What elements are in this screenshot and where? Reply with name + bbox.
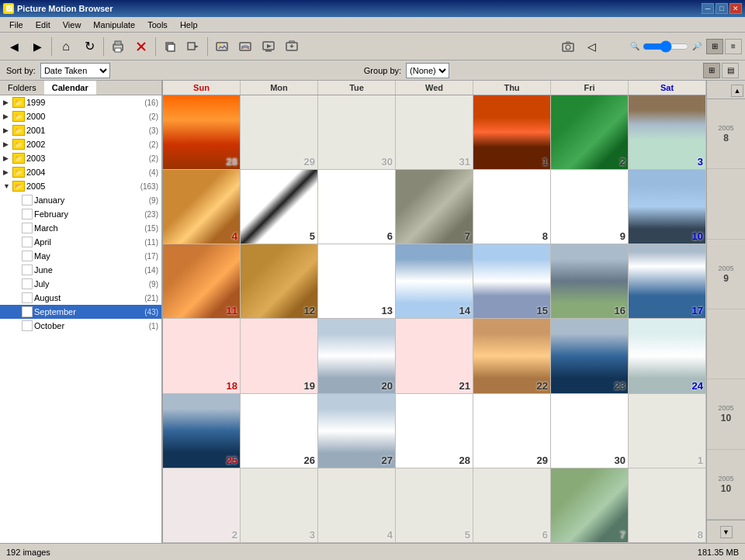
folder-item-2001[interactable]: ▶ 📁 2001 (3) (0, 123, 161, 137)
menu-edit[interactable]: Edit (29, 19, 57, 31)
cal-cell-sep28[interactable]: 28 (396, 394, 473, 468)
cal-cell-sep2[interactable]: 2 (551, 95, 629, 169)
zoom-slider[interactable] (643, 40, 689, 53)
folder-item-october[interactable]: October (1) (0, 319, 161, 333)
scroll-up-button[interactable]: ▲ (731, 85, 743, 97)
sort-select[interactable]: Date Taken File Name Date Modified File … (40, 63, 110, 78)
day-num-25: 25 (227, 455, 237, 466)
cal-cell-sep24[interactable]: 24 (629, 319, 706, 392)
folder-item-2004[interactable]: ▶ 📁 2004 (4) (0, 165, 161, 179)
cal-cell-sep14[interactable]: 14 (396, 244, 473, 318)
slideshow-button[interactable] (258, 36, 279, 57)
cal-cell-aug29[interactable]: 29 (241, 95, 318, 169)
menu-manipulate[interactable]: Manipulate (87, 19, 141, 31)
home-button[interactable]: ⌂ (55, 36, 77, 57)
prev-nav-button[interactable]: ◁ (580, 36, 602, 57)
grid-view-button[interactable]: ⊞ (706, 39, 723, 54)
cal-cell-sep11[interactable]: 11 (163, 244, 241, 318)
edit-photo-button[interactable] (211, 36, 233, 57)
print-button[interactable] (107, 36, 129, 57)
folder-item-1999[interactable]: ▶ 📁 1999 (16) (0, 95, 161, 109)
cal-cell-sep19[interactable]: 19 (241, 319, 318, 392)
cal-cell-sep8[interactable]: 8 (473, 170, 551, 244)
folder-item-april[interactable]: April (11) (0, 235, 161, 249)
cal-cell-sep22[interactable]: 22 (473, 319, 551, 392)
cal-cell-sep7[interactable]: 7 (396, 170, 473, 244)
folder-label-april: April (34, 237, 144, 247)
cal-cell-sep12[interactable]: 12 (241, 244, 318, 318)
folder-item-2000[interactable]: ▶ 📁 2000 (2) (0, 109, 161, 123)
restore-button[interactable]: □ (716, 3, 728, 14)
minimize-button[interactable]: ─ (702, 3, 714, 14)
cal-cell-sep6[interactable]: 6 (318, 170, 396, 244)
delete-button[interactable] (130, 36, 152, 57)
cal-cell-aug28[interactable]: 28 (163, 95, 241, 169)
cal-cell-sep20[interactable]: 20 (318, 319, 396, 392)
day-num-17: 17 (692, 305, 703, 316)
close-button[interactable]: ✕ (729, 3, 742, 14)
folder-item-july[interactable]: July (9) (0, 277, 161, 291)
folder-item-september[interactable]: September (43) (0, 305, 161, 319)
menu-tools[interactable]: Tools (141, 19, 174, 31)
cal-cell-oct8[interactable]: 8 (629, 468, 706, 542)
cal-cell-sep10[interactable]: 10 (629, 170, 706, 244)
camera-view-button[interactable] (557, 36, 579, 57)
cal-cell-sep15[interactable]: 15 (473, 244, 551, 318)
tab-calendar[interactable]: Calendar (44, 81, 96, 95)
folder-item-2002[interactable]: ▶ 📁 2002 (2) (0, 137, 161, 151)
folder-item-2005[interactable]: ▼ 📂 2005 (163) (0, 179, 161, 193)
cal-cell-aug30[interactable]: 30 (318, 95, 396, 169)
folder-item-august[interactable]: August (21) (0, 291, 161, 305)
cal-cell-sep16[interactable]: 16 (551, 244, 629, 318)
enhance-button[interactable] (234, 36, 256, 57)
folder-item-june[interactable]: June (14) (0, 263, 161, 277)
cal-cell-sep21[interactable]: 21 (396, 319, 473, 392)
cal-cell-sep1[interactable]: 1 (473, 95, 551, 169)
menu-view[interactable]: View (57, 19, 88, 31)
month-icon-march (22, 223, 33, 233)
folder-item-january[interactable]: January (9) (0, 193, 161, 207)
cal-cell-sep17[interactable]: 17 (629, 244, 706, 318)
menu-help[interactable]: Help (174, 19, 204, 31)
cal-cell-aug31[interactable]: 31 (396, 95, 473, 169)
copy-button[interactable] (159, 36, 181, 57)
folder-item-may[interactable]: May (17) (0, 249, 161, 263)
cal-cell-sep3[interactable]: 3 (629, 95, 706, 169)
refresh-button[interactable]: ↻ (78, 36, 100, 57)
cal-cell-sep29[interactable]: 29 (473, 394, 551, 468)
cal-cell-sep25[interactable]: 25 (163, 394, 241, 468)
group-select[interactable]: (None) Date Folder (406, 63, 449, 78)
folder-item-march[interactable]: March (15) (0, 221, 161, 235)
cal-cell-oct2[interactable]: 2 (163, 468, 241, 542)
list-view-button[interactable]: ≡ (725, 39, 742, 54)
back-button[interactable]: ◀ (3, 36, 25, 57)
cal-cell-oct6[interactable]: 6 (473, 468, 551, 542)
menu-file[interactable]: File (3, 19, 29, 31)
cal-cell-sep18[interactable]: 18 (163, 319, 241, 392)
forward-button[interactable]: ▶ (26, 36, 48, 57)
cal-cell-sep26[interactable]: 26 (241, 394, 318, 468)
cal-cell-oct4[interactable]: 4 (318, 468, 396, 542)
folder-label-june: June (34, 265, 144, 275)
cal-cell-sep4[interactable]: 4 (163, 170, 241, 244)
export-button[interactable] (281, 36, 303, 57)
cal-cell-sep27[interactable]: 27 (318, 394, 396, 468)
folder-item-february[interactable]: February (23) (0, 207, 161, 221)
cal-cell-sep9[interactable]: 9 (551, 170, 629, 244)
detail-view-button[interactable]: ▤ (722, 63, 739, 78)
cal-cell-oct5[interactable]: 5 (396, 468, 473, 542)
move-button[interactable] (182, 36, 204, 57)
day-num-20: 20 (382, 380, 393, 392)
cal-cell-oct1[interactable]: 1 (629, 394, 706, 468)
folder-item-2003[interactable]: ▶ 📁 2003 (2) (0, 151, 161, 165)
scroll-down-button[interactable]: ▼ (720, 526, 733, 538)
cal-cell-sep23[interactable]: 23 (551, 319, 629, 392)
cal-cell-oct7[interactable]: 7 (551, 468, 629, 542)
title-controls[interactable]: ─ □ ✕ (702, 3, 742, 14)
cal-cell-sep30[interactable]: 30 (551, 394, 629, 468)
cal-cell-sep5[interactable]: 5 (241, 170, 318, 244)
cal-cell-oct3[interactable]: 3 (241, 468, 318, 542)
thumbnail-view-button[interactable]: ⊞ (703, 63, 720, 78)
tab-folders[interactable]: Folders (0, 81, 44, 95)
cal-cell-sep13[interactable]: 13 (318, 244, 396, 318)
